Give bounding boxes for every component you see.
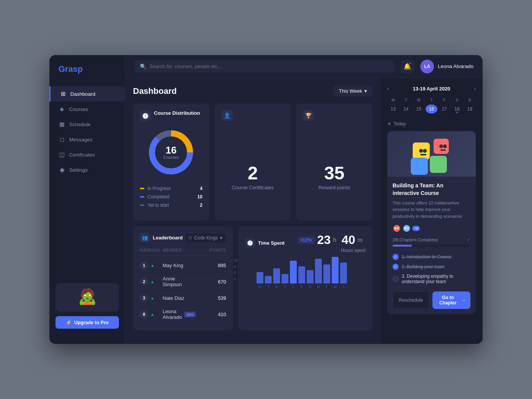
sidebar-label-settings: Settings [69,167,88,173]
rank-arrow-8: ▲ [150,312,154,317]
cal-day-15[interactable]: 15 [413,104,425,114]
legend-val-completed: 10 [197,194,202,200]
legend-completed: Completed 10 [140,194,203,200]
progress-label: 2/8 Chapters Completed ✓ [393,237,470,242]
time-pct: +12% [297,236,315,244]
sidebar-item-messages[interactable]: ◻ Messages [49,132,125,147]
messages-icon: ◻ [59,136,65,143]
user-info[interactable]: LA Leona Alvarado [420,60,473,73]
course-card: Building a Team: An interactive Course T… [387,131,476,314]
avatar-ny: NY [393,224,401,233]
go-chapter-label: Go to Chapter [437,295,459,306]
upgrade-icon: ⚡ [66,320,72,325]
chapters-progress-text: 2/8 Chapters Completed [393,238,438,242]
bar [323,264,330,283]
lb-row-8: 8 ▲ Leona Alvarado you 410 [140,306,226,323]
cal-day-16-today[interactable]: 16 [426,104,438,114]
sidebar-item-dashboard[interactable]: ⊞ Dashboard [49,86,125,101]
lb-rank-2: 2 ▲ [140,277,163,286]
chapter-item-1: ✓ 1. Introduction to Course [393,252,470,262]
chapter-text-3: 3. Developing empathy to understand your… [402,274,470,284]
rank-arrow-2: ▲ [150,280,154,284]
bar-column: T [282,274,288,289]
group-selector-button[interactable]: ⟨⟩ Code Kings ▾ [185,233,226,242]
lb-member-2: Annie Simpson [163,276,196,287]
course-dist-icon: 🕐 [140,111,151,121]
app-logo: Grasp [49,64,125,86]
leaderboard-title: Leaderboard [153,235,183,241]
lb-points-2: 670 [196,279,226,285]
bar [282,274,288,283]
sidebar-item-schedule[interactable]: ▦ Schedule [49,117,125,132]
time-big: +12% 23 h 40 m [297,233,366,247]
progress-check-icon: ✓ [467,237,470,242]
calendar-title: 13-19 April 2020 [413,86,450,92]
dashboard-icon: ⊞ [60,90,66,97]
cal-day-13[interactable]: 13 [387,104,399,114]
dashboard-panel: Dashboard This Week ▾ 🕐 Course Distribut… [125,78,380,344]
certificates-icon: ◫ [59,151,65,158]
sidebar-item-settings[interactable]: ◉ Settings [49,162,125,177]
card-buttons: Reschedule Go to Chapter → [393,291,470,309]
reschedule-button[interactable]: Reschedule [393,291,429,309]
chapter-check-2: ✓ [393,264,399,270]
col-ranking: RANKING [140,248,163,252]
chapter-text-1: 1. Introduction to Course [402,254,451,260]
lb-rank-8: 8 ▲ [140,310,163,318]
legend-yet-to-start: Yet to start 2 [140,203,203,208]
cert-icon: 👤 [222,110,233,121]
notification-button[interactable]: 🔔 [401,60,414,73]
chevron-group-icon: ▾ [220,235,222,241]
dashboard-header: Dashboard This Week ▾ [133,86,372,97]
cal-day-14[interactable]: 14 [400,104,412,114]
search-box[interactable]: 🔍 [135,60,394,73]
bar [307,270,314,283]
bar [265,276,272,283]
legend-in-progress: In Progress 4 [140,186,203,191]
bar-label: T [342,285,345,289]
bar-column: T [265,276,272,289]
lb-member-3: Nate Diaz [163,295,196,301]
go-to-chapter-button[interactable]: Go to Chapter → [432,291,471,309]
legend-val-yet-to-start: 2 [200,203,203,208]
upgrade-button[interactable]: ⚡ Upgrade to Pro [55,316,119,329]
time-right: +12% 23 h 40 m Hours spent [297,233,366,253]
chapter-check-1: ✓ [393,254,399,260]
cal-day-17[interactable]: 17 [438,104,450,114]
donut-chart: 16 Courses [144,126,198,179]
search-icon: 🔍 [140,63,146,70]
leaderboard-icon: 👥 [140,233,150,242]
reward-label: Reward points [318,185,350,190]
sidebar-item-certificates[interactable]: ◫ Certificates [49,147,125,162]
cal-day-19[interactable]: 19 [464,104,476,114]
cal-day-18[interactable]: 18 [451,104,463,114]
group-label: Code Kings [194,235,218,241]
lb-points-1: 895 [196,263,226,268]
arrow-right-icon: → [461,298,466,303]
bar-label: M [258,285,261,289]
sidebar-item-courses[interactable]: ◈ Courses [49,101,125,117]
svg-rect-13 [440,149,446,151]
search-input[interactable] [149,63,389,69]
bar-label: S [301,285,303,289]
settings-icon: ◉ [59,166,65,173]
cal-prev-button[interactable]: ‹ [387,86,389,92]
upgrade-label: Upgrade to Pro [74,320,108,325]
legend-dot-completed [140,196,144,198]
rank-num-2: 2 [140,277,148,286]
week-selector-button[interactable]: This Week ▾ [334,86,372,97]
time-title: Time Spent [258,240,285,246]
rank-arrow-3: ▲ [150,296,154,300]
bar-label: T [326,285,328,289]
bar-column: M [315,259,322,289]
bar-label: W [334,285,337,289]
user-name: Leona Alvarado [438,63,473,69]
certificates-card: 👤 2 Course Certificates [215,103,291,221]
donut-container: 16 Courses In Progress 4 [140,126,203,211]
topbar: 🔍 🔔 LA Leona Alvarado [125,55,483,78]
sidebar-label-schedule: Schedule [69,122,90,127]
chapter-item-3: 3. Developing empathy to understand your… [393,272,470,286]
cal-next-button[interactable]: › [474,86,476,92]
sidebar-label-messages: Messages [69,137,93,142]
schedule-icon: ▦ [59,121,65,128]
